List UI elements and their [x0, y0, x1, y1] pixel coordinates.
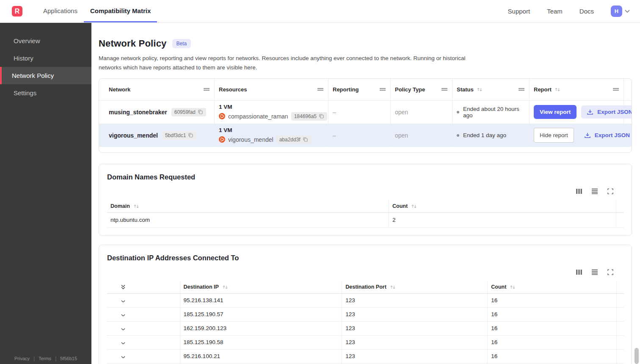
nav-link-support[interactable]: Support: [508, 8, 530, 15]
table-row[interactable]: 95.216.138.141 123 16: [107, 294, 624, 308]
scrollbar-gutter: [616, 200, 624, 213]
destination-table-header: Destination IP Destination Port Count: [107, 281, 624, 294]
chevron-down-icon[interactable]: [625, 9, 630, 13]
expand-all-rows-icon[interactable]: [121, 284, 126, 290]
scrollbar-gutter: [617, 322, 624, 336]
scrollbar-gutter: [624, 79, 632, 100]
destination-port-value: 123: [342, 294, 488, 308]
column-menu-icon[interactable]: [441, 86, 448, 92]
sort-icon[interactable]: [554, 87, 560, 92]
col-destination-port: Destination Port: [345, 284, 386, 290]
sidebar: Overview History Network Policy Settings…: [0, 23, 91, 364]
reporting-value: –: [333, 109, 336, 116]
expand-row-icon[interactable]: [121, 299, 126, 302]
page-scrollbar-thumb[interactable]: [634, 348, 639, 364]
expand-row-icon[interactable]: [121, 327, 126, 330]
user-menu[interactable]: H: [611, 6, 630, 17]
resource-hash-pill[interactable]: 184696a5: [291, 112, 327, 121]
app-logo[interactable]: R: [12, 6, 22, 17]
main-content: Network Policy Beta Manage network polic…: [91, 23, 640, 364]
table-row[interactable]: vigorous_mendel 5bdf3dc1 1 VM vigorous_m…: [99, 124, 632, 147]
ubuntu-icon: [219, 113, 225, 119]
avatar[interactable]: H: [611, 6, 622, 17]
col-status: Status: [457, 86, 474, 93]
divider: |: [55, 356, 56, 361]
network-hash-pill[interactable]: 5bdf3dc1: [162, 131, 196, 140]
col-network: Network: [109, 86, 130, 93]
table-row[interactable]: ntp.ubuntu.com 2: [107, 213, 624, 228]
domain-table-header: Domain Count: [107, 200, 624, 213]
sidebar-item-overview[interactable]: Overview: [0, 32, 91, 50]
columns-view-icon[interactable]: [576, 188, 582, 195]
expand-row-icon[interactable]: [121, 313, 126, 316]
col-reporting: Reporting: [333, 86, 359, 93]
policy-type-value: open: [395, 109, 408, 116]
status-text: Ended 1 day ago: [463, 132, 506, 138]
terms-link[interactable]: Terms: [39, 356, 51, 361]
nav-tab-compatibility-matrix[interactable]: Compatibility Matrix: [84, 0, 157, 22]
destination-ip-value: 95.216.138.141: [180, 294, 342, 308]
table-row[interactable]: musing_stonebraker 60959fad 1 VM compass…: [99, 100, 632, 124]
col-destination-ip: Destination IP: [184, 284, 219, 290]
col-domain: Domain: [110, 203, 130, 209]
nav-tab-applications[interactable]: Applications: [37, 0, 84, 22]
networks-table-header: Network Resources Reporting Policy Type …: [99, 79, 632, 100]
resource-name: vigorous_mendel: [228, 136, 273, 143]
network-name: vigorous_mendel: [109, 132, 158, 139]
count-value: 16: [488, 350, 616, 364]
table-row[interactable]: 162.159.200.123 123 16: [107, 322, 624, 336]
expand-row-icon[interactable]: [121, 341, 126, 344]
rows-view-icon[interactable]: [591, 188, 598, 195]
column-menu-icon[interactable]: [518, 86, 525, 92]
copy-icon[interactable]: [188, 132, 193, 138]
table-row[interactable]: 185.125.190.57 123 16: [107, 308, 624, 322]
sort-icon[interactable]: [390, 284, 396, 290]
beta-badge: Beta: [172, 39, 191, 48]
table-row[interactable]: 185.125.190.58 123 16: [107, 336, 624, 350]
sort-icon[interactable]: [411, 204, 417, 209]
sort-icon[interactable]: [133, 204, 139, 209]
rows-view-icon[interactable]: [591, 269, 598, 276]
hide-report-button[interactable]: Hide report: [534, 128, 574, 143]
column-menu-icon[interactable]: [379, 86, 386, 92]
ubuntu-icon: [219, 136, 225, 143]
destination-port-value: 123: [342, 336, 488, 350]
privacy-link[interactable]: Privacy: [14, 356, 30, 361]
view-report-button[interactable]: View report: [534, 105, 577, 119]
column-menu-icon[interactable]: [203, 86, 210, 92]
resource-hash-pill[interactable]: aba2dd3f: [276, 135, 311, 144]
sidebar-item-history[interactable]: History: [0, 50, 91, 67]
nav-tabs: Applications Compatibility Matrix: [37, 0, 157, 22]
networks-table: Network Resources Reporting Policy Type …: [99, 79, 632, 147]
resource-count: 1 VM: [219, 104, 327, 110]
copy-icon[interactable]: [303, 137, 308, 142]
sort-icon[interactable]: [222, 284, 228, 290]
domain-names-card: Domain Names Requested Domain Count ntp.…: [99, 164, 632, 236]
table-row[interactable]: 95.216.100.21 123 16: [107, 350, 624, 364]
nav-link-team[interactable]: Team: [547, 8, 563, 15]
network-hash-pill[interactable]: 60959fad: [171, 108, 206, 116]
destination-ip-value: 185.125.190.57: [180, 308, 342, 322]
sort-icon[interactable]: [477, 87, 483, 92]
destination-table: Destination IP Destination Port Count 95…: [107, 281, 624, 364]
column-menu-icon[interactable]: [612, 86, 619, 92]
destination-port-value: 123: [342, 350, 488, 364]
copy-icon[interactable]: [198, 109, 203, 115]
col-report: Report: [534, 86, 552, 93]
copy-icon[interactable]: [319, 113, 324, 119]
sidebar-item-settings[interactable]: Settings: [0, 84, 91, 102]
destination-port-value: 123: [342, 322, 488, 336]
top-navbar: R Applications Compatibility Matrix Supp…: [0, 0, 640, 23]
column-menu-icon[interactable]: [317, 86, 324, 92]
network-name: musing_stonebraker: [109, 109, 167, 116]
fullscreen-icon[interactable]: [607, 269, 614, 276]
domain-card-title: Domain Names Requested: [107, 173, 624, 181]
scrollbar-gutter: [617, 350, 624, 364]
fullscreen-icon[interactable]: [607, 188, 614, 195]
columns-view-icon[interactable]: [576, 269, 582, 276]
sort-icon[interactable]: [510, 284, 516, 290]
nav-link-docs[interactable]: Docs: [579, 8, 594, 15]
reporting-value: –: [333, 132, 336, 139]
sidebar-item-network-policy[interactable]: Network Policy: [0, 67, 91, 84]
expand-row-icon[interactable]: [121, 355, 126, 358]
